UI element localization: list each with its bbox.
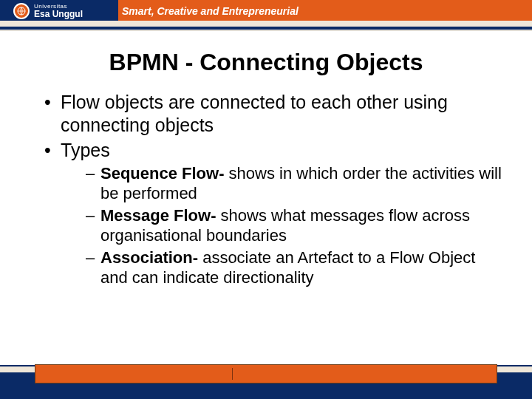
slide-title: BPMN - Connecting Objects [0,49,532,76]
sub-bullet-item: Association- associate an Artefact to a … [86,248,502,288]
sub-bullet-bold: Message Flow- [100,206,221,225]
header-thin-line [0,30,532,31]
slide-body: Flow objects are connected to each other… [0,76,532,288]
sub-bullet-bold: Association- [100,248,202,267]
globe-icon [17,7,26,16]
sub-bullet-bold: Sequence Flow- [100,164,229,183]
bullet-text: Flow objects are connected to each other… [61,92,448,135]
bullet-item: Flow objects are connected to each other… [44,91,502,137]
footer-orange-bar [35,365,497,383]
slide-header: Universitas Esa Unggul Smart, Creative a… [0,0,532,38]
slide: Universitas Esa Unggul Smart, Creative a… [0,0,532,399]
bullet-list: Flow objects are connected to each other… [30,91,502,288]
sub-bullet-list: Sequence Flow- shows in which order the … [61,163,502,288]
header-tagline: Smart, Creative and Entrepreneurial [122,5,299,17]
university-name: Universitas Esa Unggul [34,4,83,18]
university-logo-block: Universitas Esa Unggul [13,3,83,19]
header-cream-strip [0,21,532,27]
sub-bullet-item: Message Flow- shows what messages flow a… [86,205,502,246]
bullet-item: Types Sequence Flow- shows in which orde… [44,139,502,288]
slide-footer [0,353,532,399]
footer-divider [232,368,233,380]
university-logo-icon [13,3,30,19]
sub-bullet-item: Sequence Flow- shows in which order the … [86,163,502,204]
bullet-text: Types [61,140,110,160]
university-name-text: Esa Unggul [34,10,83,18]
